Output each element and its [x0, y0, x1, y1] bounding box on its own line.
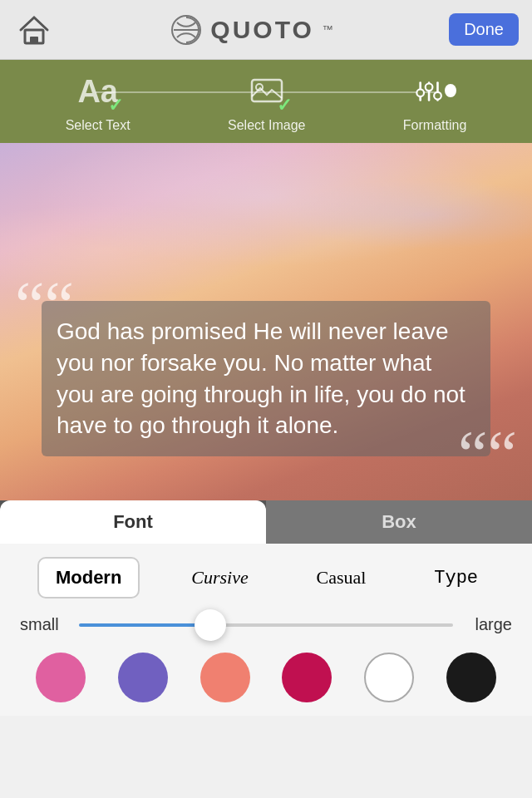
size-small-label: small: [20, 615, 66, 634]
home-button[interactable]: [13, 9, 55, 51]
quote-text: God has promised He will never leave you…: [57, 316, 475, 441]
svg-rect-1: [30, 37, 38, 43]
size-large-label: large: [466, 615, 512, 634]
step-formatting-icon-wrap: [413, 70, 456, 113]
color-salmon[interactable]: [200, 653, 250, 702]
tab-font[interactable]: Font: [0, 500, 266, 544]
logo-tm: ™: [323, 23, 333, 36]
font-cursive[interactable]: Cursive: [175, 559, 264, 597]
step-active-dot: [445, 84, 456, 97]
size-slider-track[interactable]: [79, 623, 453, 627]
header: QUOTO™ Done: [0, 0, 532, 60]
canvas-area: ““ God has promised He will never leave …: [0, 143, 532, 500]
size-slider-row: small large: [20, 615, 512, 634]
color-crimson[interactable]: [282, 653, 332, 702]
step-image-icon-wrap: ✓: [245, 70, 288, 113]
font-type[interactable]: Type: [417, 559, 495, 597]
logo-area: QUOTO™: [170, 14, 332, 46]
step-text-check: ✓: [108, 95, 123, 116]
step-image-label: Select Image: [228, 118, 305, 133]
controls-area: Modern Cursive Casual Type small large: [0, 544, 532, 716]
step-text-icon-wrap: Aa ✓: [76, 70, 120, 113]
font-options-row: Modern Cursive Casual Type: [20, 557, 512, 598]
font-casual[interactable]: Casual: [300, 559, 383, 597]
svg-point-9: [426, 83, 433, 91]
color-white[interactable]: [364, 653, 414, 702]
color-pink[interactable]: [36, 653, 86, 702]
quote-marks-right: ””: [458, 394, 517, 461]
step-image-check: ✓: [277, 95, 292, 116]
svg-point-8: [416, 89, 424, 96]
quote-text-box[interactable]: God has promised He will never leave you…: [42, 301, 490, 456]
done-button[interactable]: Done: [449, 13, 519, 46]
font-modern[interactable]: Modern: [37, 557, 140, 598]
step-formatting-label: Formatting: [403, 118, 466, 133]
color-purple[interactable]: [118, 653, 168, 702]
logo-icon: [170, 14, 202, 46]
tab-box[interactable]: Box: [266, 500, 532, 544]
svg-point-10: [434, 92, 441, 100]
color-row: [20, 653, 512, 702]
tab-bar: Font Box: [0, 500, 532, 544]
sliders-icon: [413, 73, 445, 110]
step-select-text[interactable]: Aa ✓ Select Text: [66, 70, 131, 133]
step-text-label: Select Text: [66, 118, 131, 133]
step-select-image[interactable]: ✓ Select Image: [228, 70, 305, 133]
logo-text: QUOTO: [210, 16, 313, 44]
color-black[interactable]: [446, 653, 496, 702]
size-slider-thumb[interactable]: [195, 609, 226, 641]
steps-bar: Aa ✓ Select Text ✓ Select Image: [0, 60, 532, 143]
step-formatting[interactable]: Formatting: [403, 70, 466, 133]
